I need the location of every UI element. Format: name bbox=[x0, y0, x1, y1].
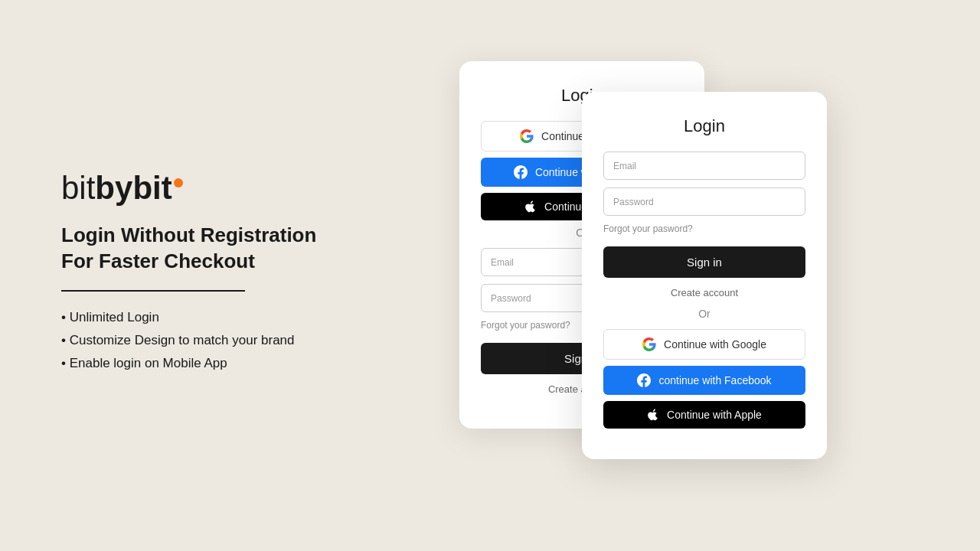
facebook-icon-front bbox=[637, 373, 651, 387]
logo-bit: bit bbox=[61, 170, 95, 206]
front-password-input[interactable] bbox=[603, 187, 805, 216]
front-facebook-btn[interactable]: continue with Facebook bbox=[603, 366, 805, 395]
feature-1: • Unlimited Login bbox=[61, 310, 352, 325]
front-forgot-link[interactable]: Forgot your pasword? bbox=[603, 223, 805, 234]
logo-by: by bbox=[95, 170, 132, 206]
logo: bitbybit bbox=[61, 172, 352, 204]
logo-dot bbox=[174, 178, 183, 187]
front-create-account[interactable]: Create account bbox=[603, 287, 805, 298]
google-icon bbox=[520, 129, 534, 143]
card-front: Login Forgot your pasword? Sign in Creat… bbox=[582, 92, 827, 459]
apple-icon bbox=[524, 201, 537, 213]
divider bbox=[61, 290, 245, 292]
front-apple-label: Continue with Apple bbox=[667, 409, 762, 421]
front-signin-btn[interactable]: Sign in bbox=[603, 246, 805, 278]
front-or-text: Or bbox=[603, 308, 805, 320]
tagline: Login Without RegistrationFor Faster Che… bbox=[61, 223, 352, 275]
front-google-btn[interactable]: Continue with Google bbox=[603, 329, 805, 360]
apple-icon-front bbox=[647, 409, 659, 421]
facebook-icon bbox=[514, 165, 528, 179]
card-front-title: Login bbox=[603, 116, 805, 136]
feature-2: • Customize Design to match your brand bbox=[61, 333, 352, 348]
google-icon-front bbox=[642, 337, 656, 351]
feature-3: • Enable login on Mobile App bbox=[61, 356, 352, 371]
front-apple-btn[interactable]: Continue with Apple bbox=[603, 401, 805, 429]
front-facebook-label: continue with Facebook bbox=[658, 374, 771, 386]
logo-bit2: bit bbox=[132, 170, 172, 206]
front-google-label: Continue with Google bbox=[664, 338, 766, 350]
left-panel: bitbybit Login Without RegistrationFor F… bbox=[0, 126, 398, 425]
right-panel: Login Continue with Google Continue with… bbox=[398, 0, 980, 551]
front-email-input[interactable] bbox=[603, 152, 805, 180]
features-list: • Unlimited Login • Customize Design to … bbox=[61, 310, 352, 371]
